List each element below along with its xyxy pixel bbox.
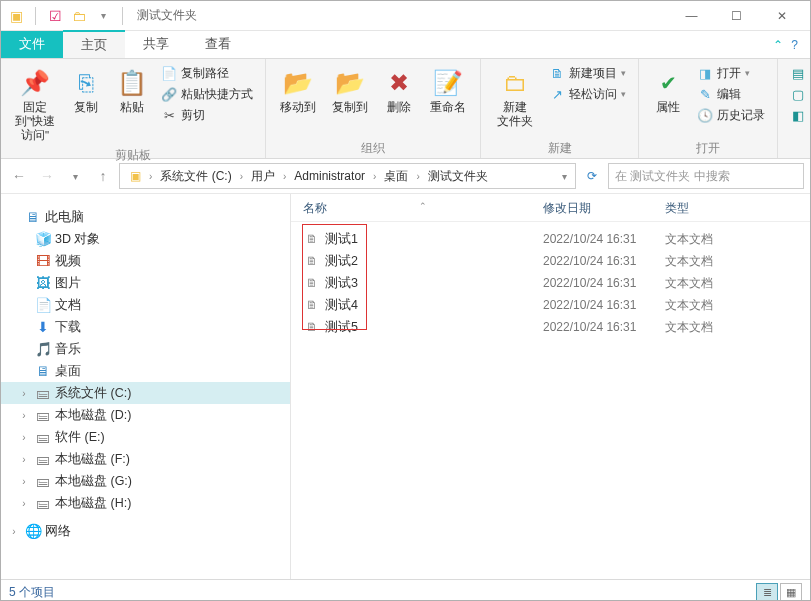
breadcrumb-item[interactable]: 系统文件 (C:) [154,166,237,187]
tree-item[interactable]: ›🖴系统文件 (C:) [1,382,290,404]
tree-item[interactable]: 📄文档 [1,294,290,316]
select-none-button[interactable]: ▢全部取消 [786,84,811,104]
new-folder-button[interactable]: 🗀 新建 文件夹 [489,63,541,133]
new-item-button[interactable]: 🗎新建项目 ▾ [545,63,630,83]
edit-button[interactable]: ✎编辑 [693,84,769,104]
details-view-button[interactable]: ≣ [756,583,778,602]
text-file-icon: 🗎 [303,318,321,336]
tree-label: 本地磁盘 (G:) [55,473,132,490]
paste-shortcut-icon: 🔗 [161,86,177,102]
copy-path-button[interactable]: 📄复制路径 [157,63,257,83]
qat-folder-icon[interactable]: 🗀 [70,7,88,25]
tab-file[interactable]: 文件 [1,31,63,58]
nav-forward-button[interactable]: → [35,164,59,188]
delete-button[interactable]: ✖ 删除 [378,63,420,119]
tab-view[interactable]: 查看 [187,31,249,58]
tree-twisty-icon[interactable]: › [17,388,31,399]
move-to-button[interactable]: 📂 移动到 [274,63,322,119]
copy-to-button[interactable]: 📂 复制到 [326,63,374,119]
breadcrumb[interactable]: ▣ › 系统文件 (C:)› 用户› Administrator› 桌面› 测试… [119,163,576,189]
tree-item[interactable]: 🖥桌面 [1,360,290,382]
minimize-button[interactable]: — [669,2,714,30]
collapse-ribbon-icon[interactable]: ⌃ [769,38,787,52]
tree-label: 3D 对象 [55,231,100,248]
qat-check-icon[interactable]: ☑ [46,7,64,25]
address-dropdown-icon[interactable]: ▾ [562,171,567,182]
ribbon: 📌 固定到"快速访问" ⎘ 复制 📋 粘贴 📄复制路径 🔗粘贴快捷方式 ✂剪切 … [1,59,810,159]
tree-item[interactable]: 🎞视频 [1,250,290,272]
tree-item[interactable]: 🖼图片 [1,272,290,294]
tree-twisty-icon[interactable]: › [17,498,31,509]
paste-shortcut-button[interactable]: 🔗粘贴快捷方式 [157,84,257,104]
file-date: 2022/10/24 16:31 [543,298,665,312]
refresh-button[interactable]: ⟳ [580,164,604,188]
nav-recent-dropdown[interactable]: ▾ [63,164,87,188]
tab-share[interactable]: 共享 [125,31,187,58]
tree-node-icon: 🎞 [34,252,52,270]
icons-view-button[interactable]: ▦ [780,583,802,602]
status-bar: 5 个项目 ≣ ▦ [1,579,810,601]
help-icon[interactable]: ? [787,38,802,52]
column-header-name[interactable]: ⌃名称 [303,200,543,217]
file-row[interactable]: 🗎测试32022/10/24 16:31文本文档 [303,272,798,294]
chevron-right-icon[interactable]: › [371,171,378,182]
chevron-right-icon[interactable]: › [281,171,288,182]
tree-twisty-icon[interactable]: › [7,526,21,537]
tree-twisty-icon[interactable]: › [17,432,31,443]
tree-item[interactable]: ›🖴软件 (E:) [1,426,290,448]
breadcrumb-root-icon[interactable]: ▣ [124,167,147,185]
tree-item[interactable]: 🖥此电脑 [1,206,290,228]
open-button[interactable]: ◨打开 ▾ [693,63,769,83]
invert-icon: ◧ [790,107,806,123]
breadcrumb-item[interactable]: 桌面 [378,166,414,187]
file-row[interactable]: 🗎测试12022/10/24 16:31文本文档 [303,228,798,250]
maximize-button[interactable]: ☐ [714,2,759,30]
paste-button[interactable]: 📋 粘贴 [111,63,153,119]
tree-twisty-icon[interactable]: › [17,476,31,487]
tree-twisty-icon[interactable]: › [17,410,31,421]
tab-home[interactable]: 主页 [63,30,125,58]
tree-item[interactable]: ›🖴本地磁盘 (D:) [1,404,290,426]
tree-item[interactable]: 🎵音乐 [1,338,290,360]
close-button[interactable]: ✕ [759,2,804,30]
navigation-pane[interactable]: 🖥此电脑🧊3D 对象🎞视频🖼图片📄文档⬇下载🎵音乐🖥桌面›🖴系统文件 (C:)›… [1,194,291,579]
breadcrumb-item[interactable]: 测试文件夹 [422,166,494,187]
qat-dropdown-icon[interactable]: ▾ [94,7,112,25]
chevron-right-icon[interactable]: › [147,171,154,182]
column-header-date[interactable]: 修改日期 [543,200,665,217]
breadcrumb-item[interactable]: 用户 [245,166,281,187]
copy-button[interactable]: ⎘ 复制 [65,63,107,119]
rename-icon: 📝 [432,67,464,99]
chevron-right-icon[interactable]: › [414,171,421,182]
tree-item[interactable]: ›🌐网络 [1,520,290,542]
tree-item[interactable]: 🧊3D 对象 [1,228,290,250]
group-label-open: 打开 [647,139,769,156]
ribbon-group-organize: 📂 移动到 📂 复制到 ✖ 删除 📝 重命名 组织 [266,59,481,158]
cut-button[interactable]: ✂剪切 [157,105,257,125]
search-input[interactable]: 在 测试文件夹 中搜索 [608,163,804,189]
tree-item[interactable]: ›🖴本地磁盘 (G:) [1,470,290,492]
tree-item[interactable]: ⬇下载 [1,316,290,338]
rename-button[interactable]: 📝 重命名 [424,63,472,119]
file-row[interactable]: 🗎测试22022/10/24 16:31文本文档 [303,250,798,272]
easy-access-button[interactable]: ↗轻松访问 ▾ [545,84,630,104]
tree-item[interactable]: ›🖴本地磁盘 (F:) [1,448,290,470]
tree-item[interactable]: ›🖴本地磁盘 (H:) [1,492,290,514]
tree-twisty-icon[interactable]: › [17,454,31,465]
history-button[interactable]: 🕓历史记录 [693,105,769,125]
column-header-type[interactable]: 类型 [665,200,765,217]
content-pane: ⌃名称 修改日期 类型 🗎测试12022/10/24 16:31文本文档🗎测试2… [291,194,810,579]
select-all-button[interactable]: ▤全部选择 [786,63,811,83]
pin-quick-access-button[interactable]: 📌 固定到"快速访问" [9,63,61,146]
copy-to-icon: 📂 [334,67,366,99]
app-folder-icon[interactable]: ▣ [7,7,25,25]
chevron-right-icon[interactable]: › [238,171,245,182]
tree-label: 本地磁盘 (D:) [55,407,131,424]
nav-back-button[interactable]: ← [7,164,31,188]
breadcrumb-item[interactable]: Administrator [288,167,371,185]
nav-up-button[interactable]: ↑ [91,164,115,188]
invert-selection-button[interactable]: ◧反向选择 [786,105,811,125]
file-row[interactable]: 🗎测试42022/10/24 16:31文本文档 [303,294,798,316]
properties-button[interactable]: ✔ 属性 [647,63,689,119]
file-row[interactable]: 🗎测试52022/10/24 16:31文本文档 [303,316,798,338]
